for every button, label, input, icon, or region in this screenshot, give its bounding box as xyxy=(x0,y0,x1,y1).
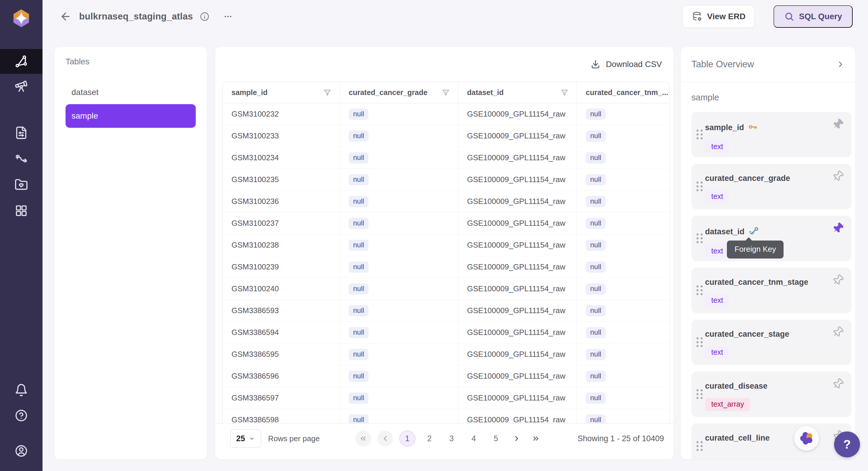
sql-query-button[interactable]: SQL Query xyxy=(774,5,852,28)
divider xyxy=(681,82,855,82)
drag-handle[interactable] xyxy=(696,285,703,295)
drag-handle[interactable] xyxy=(696,389,703,399)
table-list-item[interactable]: dataset xyxy=(66,81,196,104)
cell-tnm-stage: null xyxy=(577,409,669,423)
null-badge: null xyxy=(349,218,368,229)
field-card[interactable]: curated_cell_line xyxy=(691,423,851,459)
column-header[interactable]: dataset_id xyxy=(458,82,577,103)
last-page-button[interactable] xyxy=(529,431,542,446)
cell-sample-id: GSM3100236 xyxy=(223,191,340,212)
null-badge: null xyxy=(349,130,368,142)
view-erd-button[interactable]: View ERD xyxy=(683,5,755,28)
null-badge: null xyxy=(586,371,606,382)
filter-funnel-icon[interactable] xyxy=(441,88,450,97)
cell-dataset-id: GSE100009_GPL11154_raw xyxy=(458,213,577,234)
overview-title: Table Overview xyxy=(691,59,754,70)
table-row[interactable]: GSM3386598 null GSE100009_GPL11154_raw n… xyxy=(223,409,669,423)
table-row[interactable]: GSM3100235 null GSE100009_GPL11154_raw n… xyxy=(223,169,669,191)
table-body: GSM3100232 null GSE100009_GPL11154_raw n… xyxy=(223,103,669,423)
null-badge: null xyxy=(586,349,606,360)
null-badge: null xyxy=(586,130,606,142)
page-number-button[interactable]: 1 xyxy=(399,431,415,446)
field-pin-button[interactable] xyxy=(832,222,844,235)
table-row[interactable]: GSM3100239 null GSE100009_GPL11154_raw n… xyxy=(223,256,669,278)
table-row[interactable]: GSM3100234 null GSE100009_GPL11154_raw n… xyxy=(223,147,669,169)
table-row[interactable]: GSM3100238 null GSE100009_GPL11154_raw n… xyxy=(223,234,669,256)
sidebar-item-apps[interactable] xyxy=(0,198,42,224)
field-pin-button[interactable] xyxy=(832,378,844,391)
field-name: sample_id xyxy=(705,123,744,132)
field-card[interactable]: sample_id text xyxy=(691,112,851,157)
table-row[interactable]: GSM3386597 null GSE100009_GPL11154_raw n… xyxy=(223,387,669,409)
null-badge: null xyxy=(349,392,368,404)
content-area: Tables dataset sample Download CSV xyxy=(42,33,868,459)
back-button[interactable] xyxy=(59,10,72,23)
table-row[interactable]: GSM3386596 null GSE100009_GPL11154_raw n… xyxy=(223,365,669,387)
sidebar-item-atlas-explorer[interactable] xyxy=(0,49,42,74)
cell-sample-id: GSM3100239 xyxy=(223,256,340,278)
table-row[interactable]: GSM3386595 null GSE100009_GPL11154_raw n… xyxy=(223,344,669,365)
page-number-button[interactable]: 5 xyxy=(488,431,504,446)
drag-handle[interactable] xyxy=(696,337,703,347)
more-options-button[interactable] xyxy=(223,11,233,22)
help-floating-button[interactable]: ? xyxy=(834,432,860,458)
drag-handle[interactable] xyxy=(696,441,703,451)
page-number-button[interactable]: 4 xyxy=(466,431,482,446)
field-card[interactable]: dataset_id text Foreign Key xyxy=(691,216,851,261)
sidebar-item-telescope[interactable] xyxy=(0,74,42,99)
app-logo[interactable] xyxy=(10,6,32,30)
field-card[interactable]: curated_cancer_grade text xyxy=(691,164,851,209)
field-pin-button[interactable] xyxy=(832,274,844,287)
table-row[interactable]: GSM3386593 null GSE100009_GPL11154_raw n… xyxy=(223,300,669,322)
table-row[interactable]: GSM3100236 null GSE100009_GPL11154_raw n… xyxy=(223,191,669,213)
field-pin-button[interactable] xyxy=(832,170,844,183)
field-card[interactable]: curated_cancer_stage text xyxy=(691,320,851,365)
table-list-item[interactable]: sample xyxy=(66,104,196,128)
null-badge: null xyxy=(349,305,368,316)
filter-funnel-icon[interactable] xyxy=(323,88,332,97)
sidebar-item-notifications[interactable] xyxy=(0,377,42,403)
table-row[interactable]: GSM3100237 null GSE100009_GPL11154_raw n… xyxy=(223,213,669,234)
foreign-key-icon[interactable] xyxy=(749,226,760,238)
drag-handle[interactable] xyxy=(696,182,703,191)
previous-page-button[interactable] xyxy=(377,431,393,446)
column-header[interactable]: curated_cancer_grade xyxy=(340,82,458,103)
page-number-button[interactable]: 3 xyxy=(444,431,460,446)
sidebar-item-pipelines[interactable] xyxy=(0,146,42,172)
cell-cancer-grade: null xyxy=(340,300,458,321)
sidebar-item-account[interactable] xyxy=(0,438,42,464)
null-badge: null xyxy=(586,218,606,229)
sidebar-item-file-config[interactable] xyxy=(0,120,42,146)
column-header[interactable]: curated_cancer_tnm_... xyxy=(577,82,670,103)
filter-funnel-icon[interactable] xyxy=(560,88,569,97)
info-icon[interactable] xyxy=(199,11,210,22)
drag-handle[interactable] xyxy=(696,233,703,243)
pagination-bar: 25 Rows per page 1 2 3 4 xyxy=(215,423,674,453)
collapse-panel-button[interactable] xyxy=(836,60,845,69)
field-card[interactable]: curated_cancer_tnm_stage text xyxy=(691,268,851,313)
first-page-button[interactable] xyxy=(355,431,371,446)
field-card[interactable]: curated_disease text_array xyxy=(691,372,851,417)
field-pin-button[interactable] xyxy=(832,326,844,339)
field-pin-button[interactable] xyxy=(832,118,844,131)
drag-handle[interactable] xyxy=(696,130,703,139)
null-badge: null xyxy=(349,174,368,185)
column-header[interactable]: sample_id xyxy=(223,82,340,103)
download-csv-button[interactable]: Download CSV xyxy=(215,47,674,82)
tables-list: dataset sample xyxy=(66,81,196,128)
table-row[interactable]: GSM3100233 null GSE100009_GPL11154_raw n… xyxy=(223,125,669,147)
help-circle-icon xyxy=(14,409,28,422)
table-row[interactable]: GSM3100232 null GSE100009_GPL11154_raw n… xyxy=(223,103,669,125)
chevron-right-icon xyxy=(513,434,521,443)
table-row[interactable]: GSM3100240 null GSE100009_GPL11154_raw n… xyxy=(223,278,669,300)
sidebar-item-help[interactable] xyxy=(0,403,42,428)
assistant-logo-button[interactable] xyxy=(794,426,819,451)
cell-dataset-id: GSE100009_GPL11154_raw xyxy=(458,191,577,212)
rows-per-page-select[interactable]: 25 xyxy=(230,429,261,448)
table-row[interactable]: GSM3386594 null GSE100009_GPL11154_raw n… xyxy=(223,322,669,344)
page-number-button[interactable]: 2 xyxy=(422,431,438,446)
null-badge: null xyxy=(349,152,368,163)
next-page-button[interactable] xyxy=(510,431,523,446)
cell-tnm-stage: null xyxy=(577,256,669,278)
sidebar-item-projects[interactable] xyxy=(0,172,42,198)
